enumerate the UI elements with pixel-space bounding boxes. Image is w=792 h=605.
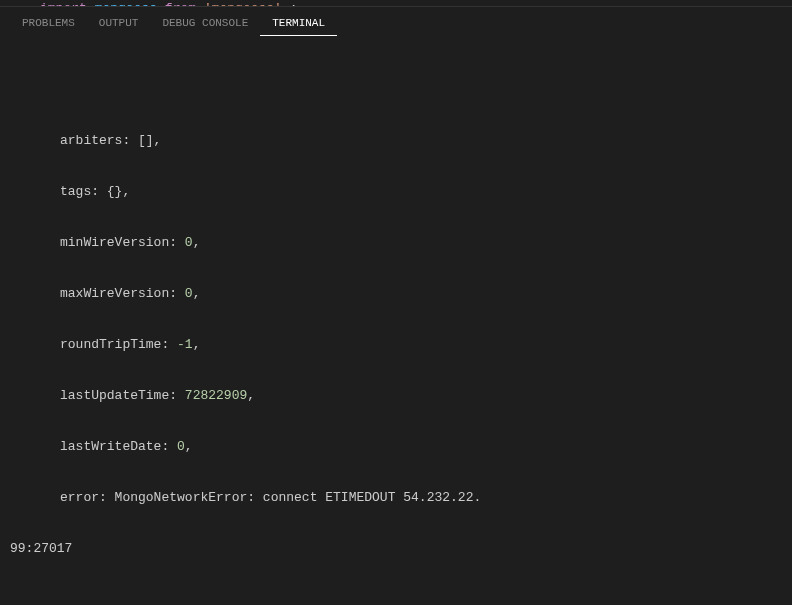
panel-tabs: PROBLEMS OUTPUT DEBUG CONSOLE TERMINAL [0,7,792,39]
tab-terminal[interactable]: TERMINAL [260,11,337,36]
json-error-line2: 99:27017 [10,540,782,557]
bottom-panel: PROBLEMS OUTPUT DEBUG CONSOLE TERMINAL a… [0,6,792,605]
keyword-import: import [40,0,87,6]
json-tags: tags: {}, [10,183,782,200]
terminal-output[interactable]: arbiters: [], tags: {}, minWireVersion: … [0,39,792,605]
json-lastwrite: lastWriteDate: 0, [10,438,782,455]
json-error-line1: error: MongoNetworkError: connect ETIMED… [10,489,782,506]
tab-output[interactable]: OUTPUT [87,11,151,35]
json-lastupdate: lastUpdateTime: 72822909, [10,387,782,404]
tab-problems[interactable]: PROBLEMS [10,11,87,35]
tab-debug-console[interactable]: DEBUG CONSOLE [150,11,260,35]
keyword-from: from [165,1,196,6]
identifier-mongoose: mongoose [95,1,157,6]
string-mongoose: 'mongoose' [204,1,282,6]
json-maxwire: maxWireVersion: 0, [10,285,782,302]
json-rtt: roundTripTime: -1, [10,336,782,353]
terminal-blank [10,81,782,98]
json-minwire: minWireVersion: 0, [10,234,782,251]
json-arbiters: arbiters: [], [10,132,782,149]
